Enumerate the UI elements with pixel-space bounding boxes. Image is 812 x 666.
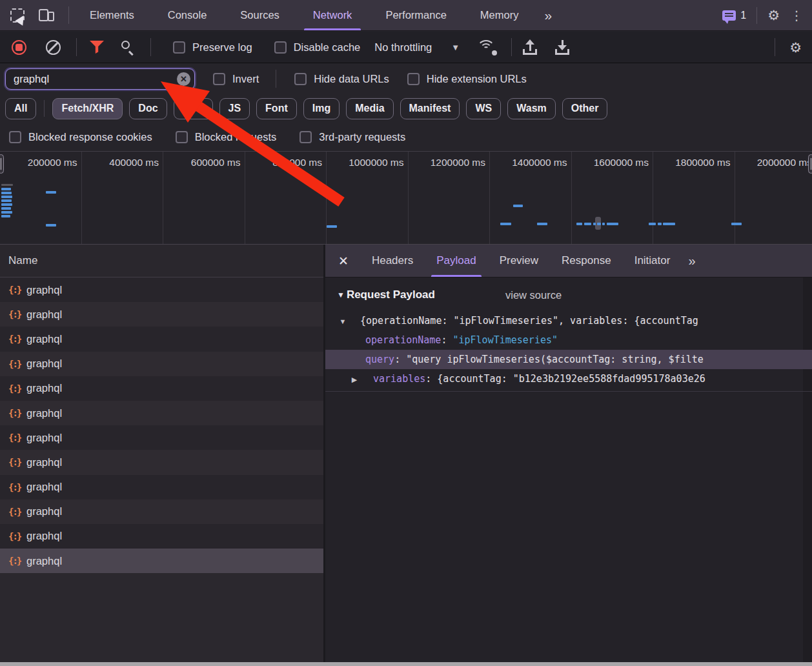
filter-chip-fetch-xhr[interactable]: Fetch/XHR (52, 98, 123, 119)
filter-chip-img[interactable]: Img (303, 98, 340, 119)
detail-tab-headers[interactable]: Headers (360, 245, 425, 277)
request-name: graphql (26, 407, 62, 419)
overview-right-handle[interactable] (808, 154, 812, 174)
collapsed-triangle-icon[interactable]: ▶ (349, 370, 360, 388)
request-payload-section[interactable]: ▼ Request Payload view source (325, 285, 435, 305)
device-toolbar-icon[interactable] (39, 8, 54, 23)
network-conditions-icon[interactable] (476, 40, 496, 54)
request-row[interactable]: {:}graphql (0, 302, 323, 327)
import-har-icon[interactable] (522, 39, 538, 55)
request-row[interactable]: {:}graphql (0, 549, 323, 573)
tab-elements[interactable]: Elements (73, 0, 151, 30)
clear-network-log-button[interactable] (46, 40, 61, 55)
section-separator (325, 391, 812, 392)
timeline-tick-label: 1200000 ms (431, 157, 485, 168)
tab-network[interactable]: Network (296, 0, 369, 30)
network-settings-gear-icon[interactable]: ⚙ (789, 41, 802, 54)
payload-tree-row[interactable]: ▼{operationName: "ipFlowTimeseries", var… (325, 311, 812, 330)
request-row[interactable]: {:}graphql (0, 475, 323, 500)
export-har-icon[interactable] (554, 39, 570, 55)
hide-data-urls-checkbox[interactable] (294, 73, 307, 85)
waterfall-bar (593, 223, 596, 225)
blocked-response-cookies-option[interactable]: Blocked response cookies (9, 131, 152, 143)
clear-filter-icon[interactable]: ✕ (177, 72, 190, 86)
tab-performance[interactable]: Performance (369, 0, 463, 30)
hide-extension-urls-checkbox[interactable] (407, 73, 420, 85)
throttling-dropdown[interactable]: No throttling ▼ (374, 41, 460, 54)
blocked-requests-checkbox[interactable] (176, 131, 188, 143)
tab-memory[interactable]: Memory (463, 0, 536, 30)
payload-text-segment: : (394, 354, 406, 365)
third-party-requests-option[interactable]: 3rd-party requests (299, 131, 405, 143)
filter-chip-wasm[interactable]: Wasm (507, 98, 556, 119)
issues-counter[interactable]: 1 (722, 10, 746, 21)
collapse-triangle-icon[interactable]: ▼ (337, 290, 345, 299)
detail-tab-initiator[interactable]: Initiator (623, 245, 682, 277)
preserve-log-checkbox[interactable] (173, 41, 185, 54)
detail-tab-payload[interactable]: Payload (425, 245, 487, 277)
network-overview-timeline[interactable]: 200000 ms400000 ms600000 ms800000 ms1000… (0, 151, 812, 245)
request-row[interactable]: {:}graphql (0, 278, 323, 302)
request-row[interactable]: {:}graphql (0, 352, 323, 376)
payload-tree-row[interactable]: ▶variables: {accountTag: "b12e3b2192ee55… (325, 369, 812, 388)
third-party-requests-checkbox[interactable] (299, 131, 312, 143)
filter-chip-doc[interactable]: Doc (129, 98, 167, 119)
inspect-element-icon[interactable] (10, 8, 25, 23)
settings-gear-icon[interactable]: ⚙ (767, 8, 780, 22)
expanded-triangle-icon[interactable]: ▼ (337, 312, 349, 330)
invert-checkbox[interactable] (213, 73, 225, 85)
tab-sources[interactable]: Sources (223, 0, 296, 30)
request-row[interactable]: {:}graphql (0, 327, 323, 351)
filter-chip-other[interactable]: Other (562, 98, 608, 119)
payload-tree-row[interactable]: operationName: "ipFlowTimeseries" (325, 330, 812, 350)
request-name: graphql (26, 530, 62, 542)
filter-chip-ws[interactable]: WS (466, 98, 501, 119)
record-network-log-button[interactable] (12, 40, 26, 55)
filter-icon[interactable] (90, 41, 104, 54)
request-name: graphql (26, 333, 62, 345)
json-braces-icon: {:} (8, 556, 25, 566)
timeline-column: 2000000 ms (735, 152, 812, 244)
close-detail-icon[interactable]: ✕ (325, 245, 360, 277)
request-row[interactable]: {:}graphql (0, 401, 323, 425)
detail-tab-response[interactable]: Response (550, 245, 623, 277)
filter-chip-media[interactable]: Media (346, 98, 393, 119)
name-column-header[interactable]: Name (0, 245, 323, 278)
filter-chip-css[interactable]: CSS (174, 98, 213, 119)
blocked-requests-option[interactable]: Blocked requests (176, 131, 277, 143)
json-braces-icon: {:} (8, 408, 25, 418)
blocked-response-cookies-checkbox[interactable] (9, 131, 21, 143)
menu-dots-icon[interactable]: ⋮ (790, 8, 803, 23)
request-detail-panel: ✕ HeadersPayloadPreviewResponseInitiator… (325, 245, 812, 662)
request-row[interactable]: {:}graphql (0, 500, 323, 524)
waterfall-bar (576, 223, 582, 225)
request-row[interactable]: {:}graphql (0, 524, 323, 549)
divider (511, 38, 512, 56)
waterfall-bar (1, 184, 13, 186)
filter-chip-manifest[interactable]: Manifest (400, 98, 460, 119)
filter-chip-js[interactable]: JS (219, 98, 250, 119)
request-name: graphql (26, 432, 62, 444)
view-source-link[interactable]: view source (505, 289, 562, 301)
detail-tab-preview[interactable]: Preview (488, 245, 550, 277)
invert-option[interactable]: Invert (213, 73, 259, 85)
preserve-log-option[interactable]: Preserve log (173, 41, 252, 54)
waterfall-bar (602, 223, 605, 225)
disable-cache-checkbox[interactable] (274, 41, 287, 54)
more-detail-tabs-icon[interactable]: » (682, 245, 700, 277)
disable-cache-option[interactable]: Disable cache (274, 41, 361, 54)
hide-data-urls-option[interactable]: Hide data URLs (294, 73, 389, 85)
payload-tree-row[interactable]: query: "query ipFlowTimeseries($accountT… (325, 350, 812, 369)
filter-chip-all[interactable]: All (5, 98, 36, 119)
more-tabs-icon[interactable]: » (535, 0, 560, 30)
search-icon[interactable] (121, 40, 135, 54)
hide-extension-urls-option[interactable]: Hide extension URLs (407, 73, 527, 85)
filter-chip-font[interactable]: Font (256, 98, 297, 119)
filter-input[interactable]: graphql ✕ (5, 68, 195, 90)
request-row[interactable]: {:}graphql (0, 376, 323, 401)
request-row[interactable]: {:}graphql (0, 425, 323, 450)
request-row[interactable]: {:}graphql (0, 450, 323, 474)
payload-text-segment: {operationName: "ipFlowTimeseries", vari… (360, 315, 698, 327)
tab-console[interactable]: Console (151, 0, 224, 30)
overview-left-handle[interactable] (0, 154, 4, 174)
